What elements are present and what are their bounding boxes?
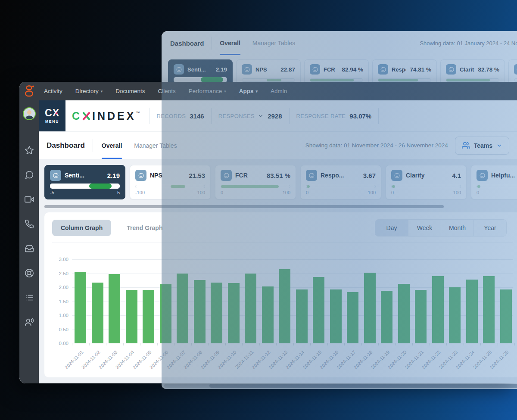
desktop-background: Dashboard OverallManager Tables Showing …	[0, 0, 517, 420]
nav-item-directory[interactable]: Directory▾	[75, 88, 103, 94]
kpi-range-labels: -55	[50, 190, 120, 195]
kpi-progress-pill	[89, 184, 112, 189]
life-buoy-icon[interactable]	[25, 268, 34, 278]
nav-item-documents[interactable]: Documents	[115, 88, 145, 94]
star-icon[interactable]	[25, 146, 34, 155]
bar-2024-11-04	[126, 290, 137, 343]
chat-icon[interactable]	[25, 170, 34, 180]
tab-column-graph[interactable]: Column Graph	[52, 220, 111, 236]
app-logo-icon[interactable]	[19, 85, 39, 97]
page-title: Dashboard	[47, 141, 85, 150]
graph-type-tabs: Column GraphTrend Graph	[52, 220, 171, 236]
kpi-title: NPS	[150, 172, 162, 179]
y-tick-label: 0.50	[59, 327, 69, 332]
bar-2024-11-03	[109, 274, 120, 343]
y-axis-labels: 3.002.502.001.501.000.500.00	[52, 259, 72, 343]
kpi-range-min: -100	[135, 190, 145, 195]
tab-overall[interactable]: Overall	[102, 132, 122, 159]
bar-slot	[72, 259, 89, 343]
kpi-card-senti[interactable]: Senti...2.19-55	[44, 165, 125, 199]
window-dim-overlay	[162, 31, 517, 389]
bar-2024-11-01	[75, 272, 86, 343]
chevron-down-icon: ▾	[101, 89, 103, 93]
inbox-icon[interactable]	[25, 244, 34, 253]
icon-sidebar	[19, 100, 39, 383]
kpi-title: Senti...	[65, 172, 84, 179]
brand-logo: C INDEX ™	[72, 111, 140, 121]
y-tick-label: 1.50	[59, 299, 69, 304]
kpi-card-header: Senti...2.19	[50, 170, 120, 181]
video-icon[interactable]	[25, 195, 34, 204]
bar-2024-11-02	[92, 283, 103, 343]
nav-item-activity[interactable]: Activity	[44, 88, 62, 94]
nav-item-label: Directory	[75, 88, 99, 94]
kpi-range-max: 5	[117, 190, 120, 195]
y-tick-label: 0.00	[59, 341, 69, 346]
nav-item-label: Documents	[115, 88, 145, 94]
brand-x-icon	[81, 111, 91, 121]
bar-slot	[123, 259, 140, 343]
phone-icon[interactable]	[25, 219, 34, 229]
list-icon[interactable]	[25, 293, 34, 302]
nav-item-label: Activity	[44, 88, 62, 94]
bar-slot	[106, 259, 123, 343]
background-window: Dashboard OverallManager Tables Showing …	[162, 31, 517, 389]
cx-menu-logo: CX	[45, 108, 59, 118]
y-tick-label: 3.00	[59, 257, 69, 262]
y-tick-label: 1.00	[59, 313, 69, 318]
avatar[interactable]	[23, 107, 36, 120]
user-voice-icon[interactable]	[25, 317, 34, 327]
bar-2024-11-05	[143, 290, 154, 343]
bar-slot	[140, 259, 157, 343]
smiley-icon	[50, 170, 61, 181]
y-tick-label: 2.00	[59, 285, 69, 290]
kpi-progress-bar	[50, 184, 120, 189]
kpi-range-min: -5	[50, 190, 54, 195]
smiley-icon	[135, 170, 146, 181]
divider	[93, 139, 93, 152]
divider	[149, 108, 149, 124]
cx-menu-button[interactable]: CX MENU	[39, 100, 65, 131]
kpi-value: 2.19	[107, 172, 120, 179]
bar-slot	[89, 259, 106, 343]
y-tick-label: 2.50	[59, 271, 69, 276]
